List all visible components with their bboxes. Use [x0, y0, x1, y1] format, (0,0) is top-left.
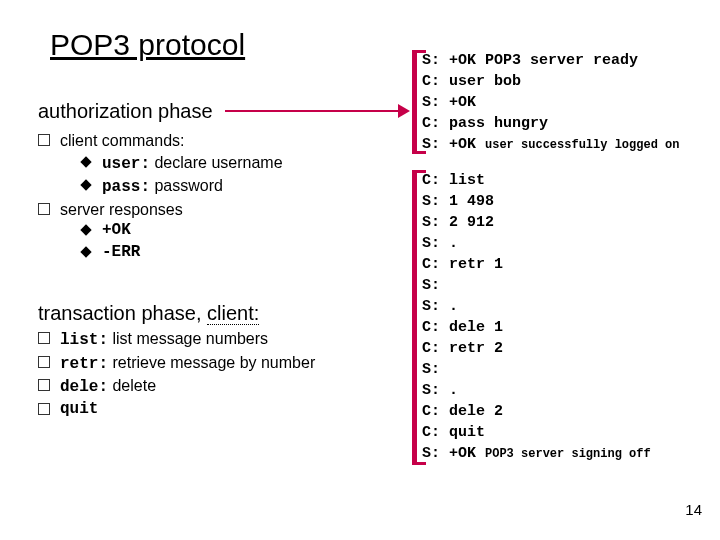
- square-bullet-icon: [38, 379, 50, 391]
- trans-phase-heading: transaction phase, client:: [38, 302, 259, 325]
- client-word: client:: [207, 302, 259, 325]
- trans-session-code: C: list S: 1 498 S: 2 912 S: . C: retr 1…: [422, 170, 651, 464]
- bracket-bar-icon: [412, 50, 417, 154]
- diamond-bullet-icon: [80, 246, 91, 257]
- retr-cmd: retr: retrieve message by number: [60, 352, 315, 376]
- square-bullet-icon: [38, 403, 50, 415]
- dele-cmd: dele: delete: [60, 375, 156, 399]
- server-responses-label: server responses: [60, 199, 183, 221]
- ok-response: +OK: [102, 220, 131, 242]
- auth-phase-block: client commands: user: declare username …: [38, 130, 408, 264]
- arrow-line: [225, 110, 405, 112]
- diamond-bullet-icon: [80, 180, 91, 191]
- square-bullet-icon: [38, 356, 50, 368]
- client-commands-label: client commands:: [60, 130, 185, 152]
- bracket-bar-icon: [412, 170, 417, 465]
- square-bullet-icon: [38, 203, 50, 215]
- arrow-head-icon: [398, 104, 410, 118]
- slide-title: POP3 protocol: [50, 28, 245, 62]
- page-number: 14: [685, 501, 702, 518]
- diamond-bullet-icon: [80, 156, 91, 167]
- diamond-bullet-icon: [80, 225, 91, 236]
- auth-session-code: S: +OK POP3 server ready C: user bob S: …: [422, 50, 679, 155]
- trans-phase-block: list: list message numbers retr: retriev…: [38, 328, 408, 420]
- square-bullet-icon: [38, 332, 50, 344]
- quit-cmd: quit: [60, 399, 98, 421]
- auth-phase-heading: authorization phase: [38, 100, 213, 123]
- square-bullet-icon: [38, 134, 50, 146]
- user-cmd: user: declare username: [102, 152, 283, 176]
- list-cmd: list: list message numbers: [60, 328, 268, 352]
- pass-cmd: pass: password: [102, 175, 223, 199]
- err-response: -ERR: [102, 242, 140, 264]
